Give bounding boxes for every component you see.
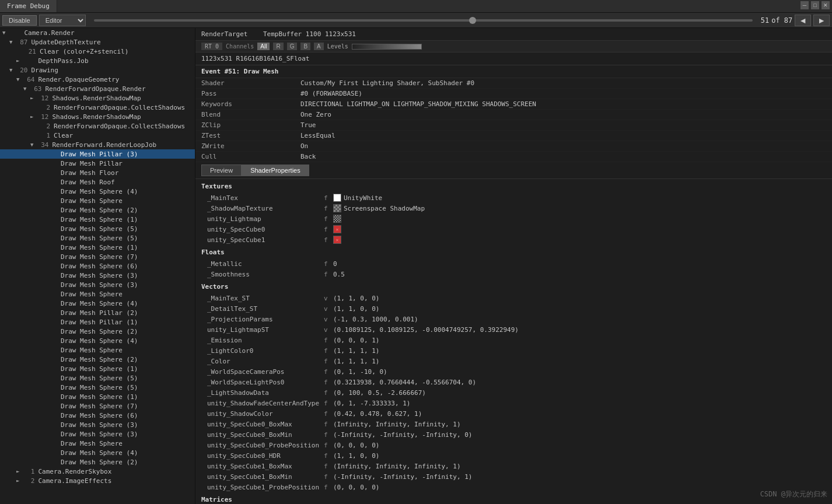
zwrite-row: ZWrite On xyxy=(195,141,832,152)
zclip-key: ZClip xyxy=(201,121,300,129)
shadowmap-val: Screenspace ShadowMap xyxy=(333,204,425,212)
line-number: 12 xyxy=(34,94,48,102)
tree-item[interactable]: Draw Mesh Sphere xyxy=(0,289,195,299)
tree-item[interactable]: Draw Mesh Sphere (6) xyxy=(0,261,195,271)
vector-prop-type: f xyxy=(324,368,333,376)
tree-item[interactable]: 1Clear xyxy=(0,131,195,140)
tree-item[interactable]: Draw Mesh Sphere (5) xyxy=(0,373,195,383)
tree-item[interactable]: Draw Mesh Sphere (4) xyxy=(0,299,195,308)
vector-prop-name: _Color xyxy=(207,358,324,365)
frame-debug-tab[interactable]: Frame Debug xyxy=(0,0,57,12)
next-frame-button[interactable]: ► xyxy=(813,15,830,26)
channel-r-button[interactable]: R xyxy=(273,43,283,50)
tree-item[interactable]: Draw Mesh Pillar xyxy=(0,159,195,168)
prev-frame-button[interactable]: ◄ xyxy=(795,15,811,26)
tree-item[interactable]: ►12Shadows.RenderShadowMap xyxy=(0,93,195,103)
channel-a-button[interactable]: A xyxy=(314,43,324,50)
tree-item[interactable]: Draw Mesh Sphere (5) xyxy=(0,224,195,233)
tree-item[interactable]: ▼34RenderForward.RenderLoopJob xyxy=(0,140,195,149)
event-info: Event #51: Draw Mesh xyxy=(195,65,832,78)
tree-label: Draw Mesh Sphere (6) xyxy=(61,262,138,270)
channel-b-button[interactable]: B xyxy=(300,43,310,50)
tree-item[interactable]: Draw Mesh Pillar (1) xyxy=(0,317,195,327)
speccube1-name: unity_SpecCube1 xyxy=(207,236,324,244)
tree-item[interactable]: Draw Mesh Sphere (3) xyxy=(0,280,195,289)
tree-item[interactable]: Draw Mesh Sphere (5) xyxy=(0,233,195,243)
zwrite-value: On xyxy=(300,142,826,150)
keywords-row: Keywords DIRECTIONAL LIGHTMAP_ON LIGHTMA… xyxy=(195,99,832,110)
tree-item[interactable]: ►DepthPass.Job xyxy=(0,56,195,65)
tree-item[interactable]: ►2Camera.ImageEffects xyxy=(0,476,195,485)
close-button[interactable]: ✕ xyxy=(821,1,830,9)
vector-prop-name: unity_SpecCube1_ProbePosition xyxy=(207,484,324,491)
tree-item[interactable]: Draw Mesh Roof xyxy=(0,177,195,187)
tree-item[interactable]: ►1Camera.RenderSkybox xyxy=(0,467,195,476)
tree-item[interactable]: Draw Mesh Sphere (2) xyxy=(0,205,195,215)
tree-item[interactable]: Draw Mesh Sphere xyxy=(0,439,195,448)
tree-item[interactable]: Draw Mesh Pillar (2) xyxy=(0,308,195,317)
tree-item[interactable]: Draw Mesh Sphere (5) xyxy=(0,383,195,392)
tree-item[interactable]: Draw Mesh Sphere (1) xyxy=(0,243,195,252)
tree-item[interactable]: Draw Mesh Sphere (2) xyxy=(0,327,195,336)
tree-item[interactable]: Draw Mesh Sphere (7) xyxy=(0,252,195,261)
maximize-button[interactable]: □ xyxy=(811,1,819,9)
tree-item[interactable]: Draw Mesh Sphere (7) xyxy=(0,401,195,411)
vector-prop-row: unity_SpecCube0_ProbePosition f (0, 0, 0… xyxy=(195,440,832,450)
preview-tab[interactable]: Preview xyxy=(201,164,242,176)
channel-g-button[interactable]: G xyxy=(287,43,298,50)
tree-item[interactable]: Draw Mesh Sphere (6) xyxy=(0,411,195,420)
shader-properties-tab[interactable]: ShaderProperties xyxy=(242,164,309,176)
ztest-key: ZTest xyxy=(201,132,300,139)
tree-item[interactable]: ▼63RenderForwardOpaque.Render xyxy=(0,84,195,93)
tree-item[interactable]: Draw Mesh Sphere (3) xyxy=(0,429,195,439)
tree-item[interactable]: Draw Mesh Sphere (3) xyxy=(0,271,195,280)
line-number: 21 xyxy=(22,48,36,55)
tree-item[interactable]: Draw Mesh Sphere (1) xyxy=(0,364,195,373)
tree-item[interactable]: Draw Mesh Sphere xyxy=(0,345,195,355)
tree-item[interactable]: Draw Mesh Sphere (4) xyxy=(0,187,195,196)
vector-prop-name: _ProjectionParams xyxy=(207,316,324,323)
minimize-button[interactable]: ─ xyxy=(800,1,809,9)
blend-row: Blend One Zero xyxy=(195,110,832,120)
tree-item[interactable]: Draw Mesh Sphere (2) xyxy=(0,457,195,467)
tree-item[interactable]: 2RenderForwardOpaque.CollectShadows xyxy=(0,121,195,131)
tree-item[interactable]: ►12Shadows.RenderShadowMap xyxy=(0,112,195,121)
cull-value: Back xyxy=(300,153,826,160)
prop-row-speccube1: unity_SpecCube1 f ✕ xyxy=(195,235,832,245)
tree-item[interactable]: Draw Mesh Sphere (2) xyxy=(0,355,195,364)
editor-select[interactable]: Editor xyxy=(39,15,86,26)
tree-item[interactable]: Draw Mesh Sphere (1) xyxy=(0,215,195,224)
frame-slider-thumb[interactable] xyxy=(469,17,476,24)
vector-prop-val: (1, 1, 0, 0) xyxy=(333,295,379,302)
tree-label: Draw Mesh Sphere (2) xyxy=(61,459,138,466)
tree-item[interactable]: Draw Mesh Sphere (4) xyxy=(0,336,195,345)
tree-item[interactable]: Draw Mesh Sphere (3) xyxy=(0,420,195,429)
tree-label: Camera.Render xyxy=(24,29,74,37)
disable-button[interactable]: Disable xyxy=(2,15,37,26)
tree-item[interactable]: Draw Mesh Pillar (3) xyxy=(0,149,195,159)
tree-item[interactable]: 21Clear (color+Z+stencil) xyxy=(0,47,195,56)
tree-item[interactable]: ▼Camera.Render xyxy=(0,28,195,37)
prop-row-shadowmap: _ShadowMapTexture f Screenspace ShadowMa… xyxy=(195,203,832,214)
tree-item[interactable]: Draw Mesh Sphere (1) xyxy=(0,392,195,401)
prop-row-smoothness: _Smoothness f 0.5 xyxy=(195,269,832,279)
toolbar: Disable Editor 51 of 87 ◄ ► xyxy=(0,13,832,28)
vector-prop-type: v xyxy=(324,295,333,302)
tree-item[interactable]: Draw Mesh Sphere (4) xyxy=(0,448,195,457)
smoothness-type: f xyxy=(324,271,333,278)
metallic-type: f xyxy=(324,260,333,268)
tree-item[interactable]: Draw Mesh Sphere xyxy=(0,196,195,205)
line-number: 2 xyxy=(36,123,50,130)
tree-item[interactable]: ▼20Drawing xyxy=(0,65,195,75)
frame-slider-track[interactable] xyxy=(94,19,753,22)
vector-prop-name: unity_SpecCube1_BoxMin xyxy=(207,473,324,481)
tree-item[interactable]: ▼64Render.OpaqueGeometry xyxy=(0,75,195,84)
tree-item[interactable]: ▼87UpdateDepthTexture xyxy=(0,37,195,47)
channel-all-button[interactable]: All xyxy=(257,43,270,50)
tree-label: Draw Mesh Sphere (1) xyxy=(61,393,138,401)
tree-item[interactable]: Draw Mesh Floor xyxy=(0,168,195,177)
line-number: 1 xyxy=(36,132,50,139)
vector-prop-val: (Infinity, Infinity, Infinity, 1) xyxy=(333,421,461,428)
channels-label: Channels xyxy=(226,43,254,50)
tree-item[interactable]: 2RenderForwardOpaque.CollectShadows xyxy=(0,103,195,112)
